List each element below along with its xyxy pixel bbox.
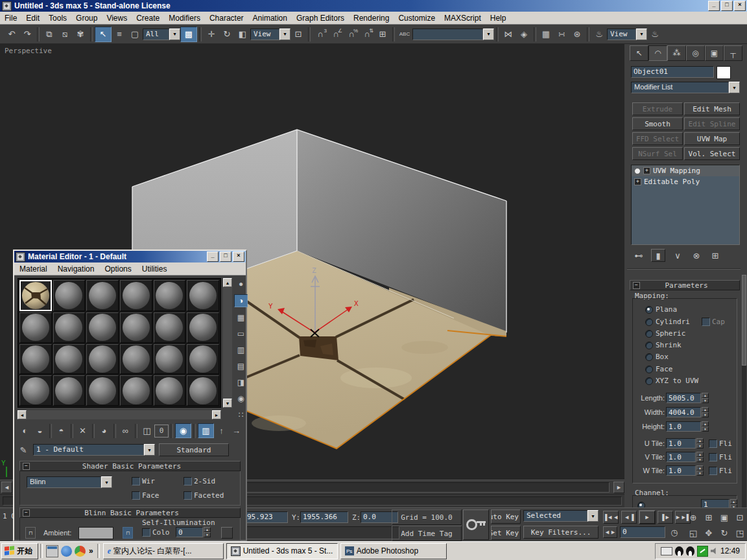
wire-checkbox[interactable] (132, 477, 140, 485)
radio-map-channel[interactable] (637, 502, 645, 508)
make-unique-icon[interactable]: ∨ (671, 250, 684, 261)
pin-stack-icon[interactable]: ⊷ (632, 250, 645, 261)
named-selection-sets-dropdown[interactable]: ▼ (412, 29, 494, 40)
menu-material[interactable]: Material (14, 263, 53, 275)
qq-penguin-icon[interactable] (675, 546, 683, 556)
length-field[interactable]: 5005.0 (666, 393, 701, 403)
quick-launch-overflow-chevron[interactable]: » (89, 546, 93, 555)
render-scene-icon[interactable]: ♨ (591, 27, 607, 41)
show-end-result-icon[interactable]: ▮ (651, 249, 665, 262)
self-illumination-color-checkbox[interactable] (142, 528, 150, 537)
select-by-material-icon[interactable]: ◉ (235, 393, 247, 404)
w-tile-field[interactable]: 1.0 (666, 465, 696, 476)
zoom-icon[interactable]: ⊕ (686, 510, 700, 524)
schematic-view-icon[interactable]: ∺ (554, 27, 569, 41)
chevron-down-icon[interactable]: ▼ (636, 29, 647, 40)
collapse-icon[interactable]: − (23, 463, 30, 470)
maximize-button[interactable]: □ (220, 251, 231, 262)
put-material-to-scene-icon[interactable]: ◒ (32, 424, 47, 438)
pick-material-eyedropper-icon[interactable]: ✎ (18, 443, 29, 457)
shader-rollout-header[interactable]: − Shader Basic Parameters (19, 461, 241, 471)
sample-type-icon[interactable]: ● (235, 278, 247, 290)
remove-modifier-icon[interactable]: ⊗ (690, 250, 703, 261)
min-max-toggle-icon[interactable]: ◳ (733, 526, 747, 540)
two-sided-checkbox[interactable] (184, 477, 192, 485)
w-tile-spinner[interactable]: ▲▼ (696, 465, 704, 476)
v-tile-spinner[interactable]: ▲▼ (696, 452, 704, 462)
u-flip-checkbox[interactable] (709, 439, 717, 448)
use-pivot-point-center-icon[interactable]: ⊡ (290, 27, 306, 41)
modifier-button-edit-spline[interactable]: Edit Spline (684, 117, 740, 130)
length-spinner[interactable]: ▲▼ (702, 393, 709, 403)
menu-views[interactable]: Views (102, 12, 132, 24)
menu-modifiers[interactable]: Modifiers (164, 12, 205, 24)
material-slot[interactable] (53, 375, 86, 406)
material-slot[interactable] (19, 312, 52, 343)
material-slot[interactable] (154, 312, 186, 343)
menu-create[interactable]: Create (132, 12, 164, 24)
material-name-dropdown[interactable]: 1 - Default ▼ (33, 444, 155, 456)
material-slot[interactable] (86, 312, 119, 343)
region-zoom-icon[interactable]: ◱ (686, 526, 700, 540)
modifier-button-nsurf-sel[interactable]: NSurf Sel (632, 147, 683, 160)
height-spinner[interactable]: ▲▼ (702, 421, 709, 432)
height-field[interactable]: 1.0 (666, 421, 701, 432)
material-slot[interactable] (86, 280, 119, 311)
bulb-icon[interactable] (634, 168, 641, 174)
menu-utilities[interactable]: Utilities (137, 263, 172, 275)
v-flip-checkbox[interactable] (709, 453, 717, 461)
select-and-scale-icon[interactable]: ◧ (235, 27, 250, 41)
spinner-snap-toggle-icon[interactable]: ∩⇅ (359, 27, 375, 41)
background-icon[interactable]: ▦ (235, 312, 247, 323)
width-spinner[interactable]: ▲▼ (702, 407, 709, 417)
key-filter-scope-dropdown[interactable]: Selected ▼ (523, 510, 599, 522)
menu-file[interactable]: File (0, 12, 21, 24)
collapse-icon[interactable]: − (23, 509, 30, 517)
material-slot[interactable] (187, 375, 219, 406)
material-slot[interactable] (187, 344, 219, 375)
self-illumination-spinner[interactable]: ▲▼ (204, 527, 211, 537)
select-object-icon[interactable]: ↖ (95, 27, 112, 42)
stack-item-uvw-mapping[interactable]: + UVW Mapping (632, 165, 739, 176)
tab-create[interactable]: ↖ (630, 45, 648, 61)
key-mode-toggle-icon[interactable]: ◄► (603, 526, 617, 538)
undo-icon[interactable]: ↶ (4, 27, 19, 41)
align-icon[interactable]: ◈ (516, 27, 532, 41)
blinn-rollout-header[interactable]: − Blinn Basic Parameters (19, 508, 241, 518)
make-material-copy-icon[interactable]: ◕ (97, 424, 112, 438)
radio-cylindrical[interactable] (645, 318, 653, 326)
menu-graph-editors[interactable]: Graph Editors (292, 12, 349, 24)
material-slots-vscrollbar[interactable]: ▲ ▼ (223, 278, 232, 408)
material-slot[interactable] (19, 344, 52, 375)
expand-icon[interactable]: + (634, 178, 641, 185)
modifier-button-edit-mesh[interactable]: Edit Mesh (684, 102, 740, 115)
minimize-button[interactable]: _ (207, 251, 219, 262)
keyboard-layout-icon[interactable] (661, 547, 672, 555)
radio-xyz-to-uvw[interactable] (645, 377, 653, 385)
make-unique-icon[interactable]: ∞ (118, 424, 133, 438)
quick-render-icon[interactable]: ♨ (647, 27, 663, 41)
material-slot[interactable] (19, 375, 52, 406)
self-illumination-value-field[interactable]: 0 (176, 527, 203, 537)
angle-snap-toggle-icon[interactable]: ∩∠ (328, 27, 344, 41)
menu-animation[interactable]: Animation (248, 12, 292, 24)
time-configuration-icon[interactable]: ◷ (668, 526, 681, 538)
menu-edit[interactable]: Edit (21, 12, 44, 24)
time-slider-left-arrow-icon[interactable]: ◄ (1, 482, 12, 493)
show-map-in-viewport-icon[interactable]: ◉ (175, 423, 191, 438)
redo-icon[interactable]: ↷ (19, 27, 35, 41)
edit-named-selections-icon[interactable]: ABC (397, 27, 412, 41)
channel-field[interactable]: 1 (701, 499, 729, 508)
select-and-rotate-icon[interactable]: ↻ (219, 27, 235, 41)
chevron-down-icon[interactable]: ▼ (101, 476, 112, 488)
mirror-icon[interactable]: ⋈ (501, 27, 516, 41)
arc-rotate-icon[interactable]: ↻ (717, 526, 731, 540)
get-material-icon[interactable]: ◐ (18, 424, 32, 438)
chevron-down-icon[interactable]: ▼ (729, 82, 740, 93)
shader-type-dropdown[interactable]: Blinn ▼ (27, 476, 112, 488)
taskbar-button-browser[interactable]: e 室内人论坛- 白菜帮-[... (103, 543, 224, 559)
select-by-name-icon[interactable]: ≡ (112, 27, 127, 41)
reset-map-icon[interactable]: ✕ (75, 424, 90, 438)
key-filters-button[interactable]: Key Filters... (523, 526, 599, 539)
menu-character[interactable]: Character (205, 12, 248, 24)
